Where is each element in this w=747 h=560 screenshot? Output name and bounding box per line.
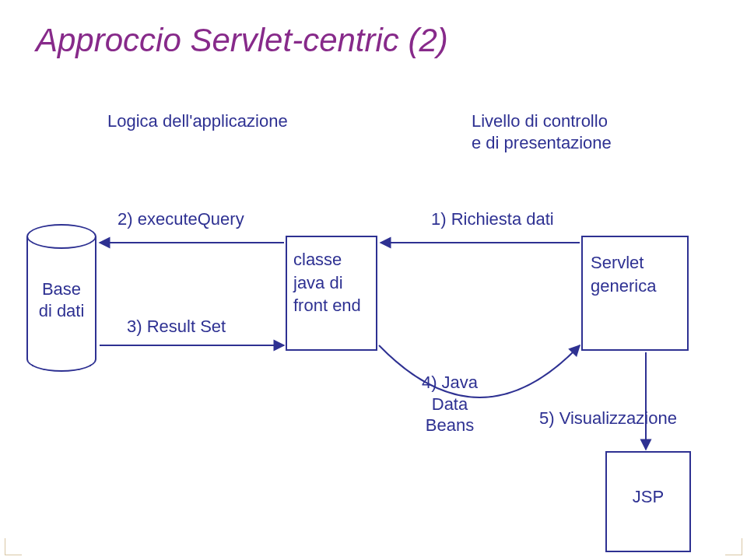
database-label: Base di dati xyxy=(26,278,96,321)
jsp-label: JSP xyxy=(633,487,664,506)
box-servlet-generica: Servlet generica xyxy=(581,236,689,351)
classe-l1: classe xyxy=(293,250,342,269)
db-l2: di dati xyxy=(39,301,85,320)
corner-br xyxy=(725,538,742,555)
label-richiesta: 1) Richiesta dati xyxy=(431,208,554,230)
label-javabeans: 4) Java Data Beans xyxy=(411,372,489,436)
classe-l2: java di xyxy=(293,273,343,292)
jb-l3: Beans xyxy=(426,415,474,435)
servlet-l2: generica xyxy=(591,276,656,296)
box-jsp: JSP xyxy=(605,451,691,552)
database-cylinder: Base di dati xyxy=(26,224,96,372)
box-classe-frontend: classe java di front end xyxy=(286,236,377,351)
page-title: Approccio Servlet-centric (2) xyxy=(36,22,448,59)
jb-l1: 4) Java xyxy=(422,373,478,392)
corner-bl xyxy=(5,538,22,555)
classe-l3: front end xyxy=(293,296,361,315)
label-resultset: 3) Result Set xyxy=(127,316,226,338)
db-l1: Base xyxy=(42,279,81,299)
heading-livello: Livello di controllo e di presentazione xyxy=(472,110,612,153)
servlet-l1: Servlet xyxy=(591,253,644,272)
heading-livello-l1: Livello di controllo xyxy=(472,111,608,131)
heading-livello-l2: e di presentazione xyxy=(472,133,612,152)
jb-l2: Data xyxy=(432,394,468,414)
label-visualizzazione: 5) Visualizzazione xyxy=(539,408,677,429)
heading-logica: Logica dell'applicazione xyxy=(107,110,288,132)
label-executequery: 2) executeQuery xyxy=(117,208,244,230)
